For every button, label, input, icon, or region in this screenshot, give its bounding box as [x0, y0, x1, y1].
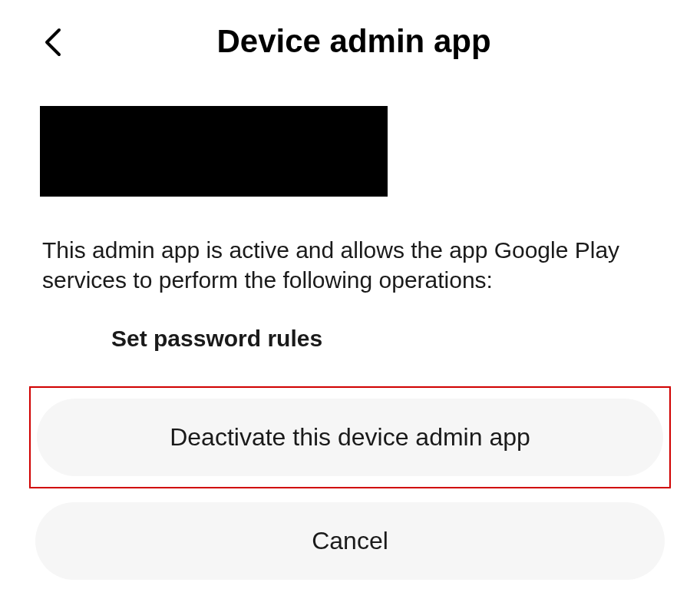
button-container: Deactivate this device admin app Cancel	[0, 386, 700, 580]
back-icon[interactable]	[42, 27, 64, 61]
page-title: Device admin app	[38, 23, 669, 60]
cancel-wrapper: Cancel	[29, 502, 671, 580]
highlight-box: Deactivate this device admin app	[29, 386, 671, 488]
cancel-button[interactable]: Cancel	[35, 502, 665, 580]
deactivate-button[interactable]: Deactivate this device admin app	[37, 399, 663, 476]
admin-description: This admin app is active and allows the …	[42, 235, 658, 295]
header: Device admin app	[0, 0, 700, 75]
redacted-app-info	[40, 106, 388, 197]
operation-item: Set password rules	[111, 326, 700, 352]
